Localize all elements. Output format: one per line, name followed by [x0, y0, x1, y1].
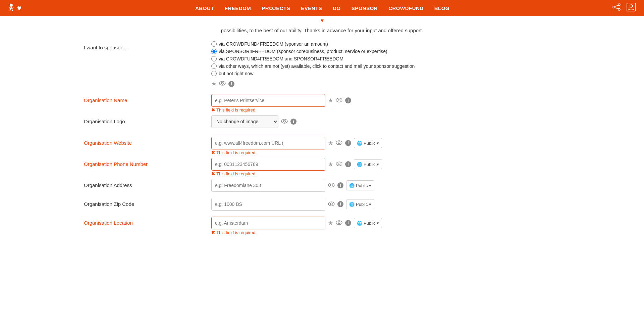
org-phone-label: Organisation Phone Number: [84, 158, 211, 167]
main-content: possibilities, to the best of our abilit…: [70, 24, 574, 251]
org-zip-public-dropdown[interactable]: 🌐 Public ▾: [346, 199, 374, 209]
svg-point-25: [330, 203, 332, 205]
caret-icon-location: ▾: [377, 221, 379, 226]
org-name-star-icon: ★: [328, 97, 333, 104]
sponsor-type-options: via CROWDFUND4FREEDOM (sponsor an amount…: [211, 41, 560, 87]
org-location-input[interactable]: [211, 217, 325, 229]
radio-sponsor4freedom-label: via SPONSOR4FREEDOM (sponsor corebusines…: [219, 49, 387, 54]
org-website-star-icon: ★: [328, 140, 333, 147]
org-logo-row: Organisation Logo No change of image i: [84, 115, 560, 130]
org-address-label: Organisation Address: [84, 179, 211, 188]
svg-point-15: [338, 99, 340, 101]
org-phone-input[interactable]: [211, 158, 325, 171]
org-address-public-dropdown[interactable]: 🌐 Public ▾: [346, 180, 374, 190]
org-address-input[interactable]: [211, 179, 325, 192]
radio-sponsor4freedom[interactable]: via SPONSOR4FREEDOM (sponsor corebusines…: [211, 49, 560, 54]
org-phone-field-wrap: ★ i 🌐 Public ▾ ✖: [211, 158, 560, 176]
globe-icon: 🌐: [357, 141, 362, 146]
org-website-field-wrap: ★ i 🌐 Public ▾ ✖: [211, 137, 560, 155]
svg-line-3: [9, 7, 11, 9]
org-website-input[interactable]: [211, 137, 325, 149]
org-website-public-dropdown[interactable]: 🌐 Public ▾: [354, 138, 382, 148]
org-location-public-dropdown[interactable]: 🌐 Public ▾: [354, 218, 382, 228]
svg-point-19: [338, 142, 340, 144]
nav-chevron: ▾: [0, 17, 644, 24]
nav-actions: [611, 3, 637, 13]
svg-point-26: [336, 221, 342, 225]
radio-both[interactable]: via CROWDFUND4FREEDOM and SPONSOR4FREEDO…: [211, 56, 560, 61]
radio-crowdfund-input[interactable]: [211, 41, 217, 47]
nav-events[interactable]: EVENTS: [301, 5, 322, 11]
org-website-error: ✖ This field is required.: [211, 150, 560, 155]
radio-not-now-input[interactable]: [211, 71, 217, 76]
svg-line-1: [10, 7, 11, 11]
radio-sponsor4freedom-input[interactable]: [211, 49, 217, 54]
org-address-row: Organisation Address i 🌐 Public ▾: [84, 179, 560, 194]
nav-crowdfund[interactable]: CROWDFUND: [388, 5, 423, 11]
org-phone-row: Organisation Phone Number ★ i 🌐 Public: [84, 158, 560, 176]
svg-point-13: [221, 82, 223, 84]
navigation-bar: ABOUT FREEDOM PROJECTS EVENTS DO SPONSOR…: [0, 0, 644, 16]
org-phone-public-dropdown[interactable]: 🌐 Public ▾: [354, 159, 382, 169]
intro-text: possibilities, to the best of our abilit…: [84, 28, 560, 33]
nav-about[interactable]: ABOUT: [195, 5, 214, 11]
org-name-field-wrap: ★ i ✖ This field is required.: [211, 94, 560, 113]
svg-point-22: [328, 183, 334, 187]
nav-blog[interactable]: BLOG: [434, 5, 449, 11]
svg-point-0: [10, 4, 13, 7]
svg-point-21: [338, 163, 340, 165]
org-name-error-text: This field is required.: [216, 107, 257, 113]
radio-other-input[interactable]: [211, 63, 217, 69]
public-label: Public: [364, 141, 375, 146]
logo[interactable]: [7, 1, 34, 15]
radio-both-input[interactable]: [211, 56, 217, 61]
org-website-input-row: ★ i 🌐 Public ▾: [211, 137, 560, 149]
svg-point-17: [283, 120, 285, 122]
org-address-input-row: i 🌐 Public ▾: [211, 179, 560, 192]
org-zip-field-wrap: i 🌐 Public ▾: [211, 198, 560, 211]
caret-icon-address: ▾: [369, 183, 371, 188]
user-icon-button[interactable]: [625, 3, 637, 13]
svg-point-23: [330, 184, 332, 186]
org-zip-input[interactable]: [211, 198, 325, 211]
error-x-icon-phone: ✖: [211, 171, 215, 176]
org-name-input[interactable]: [211, 94, 325, 107]
radio-not-now[interactable]: but not right now: [211, 71, 560, 76]
public-label-zip: Public: [356, 202, 368, 207]
org-name-info-icon: i: [345, 97, 351, 103]
svg-point-12: [219, 81, 225, 85]
org-website-info-icon: i: [345, 140, 351, 146]
org-location-star-icon: ★: [328, 220, 333, 227]
nav-projects[interactable]: PROJECTS: [262, 5, 290, 11]
svg-line-2: [11, 7, 12, 11]
share-icon-button[interactable]: [611, 3, 622, 13]
svg-point-27: [338, 222, 340, 224]
org-name-row: Organisation Name ★ i ✖ This field is: [84, 94, 560, 113]
org-phone-error-text: This field is required.: [216, 171, 257, 176]
globe-icon-address: 🌐: [349, 183, 355, 188]
org-logo-input-row: No change of image i: [211, 115, 560, 128]
globe-icon-location: 🌐: [357, 221, 362, 226]
nav-freedom[interactable]: FREEDOM: [225, 5, 251, 11]
error-x-icon-website: ✖: [211, 150, 215, 155]
org-address-info-icon: i: [337, 182, 343, 188]
nav-do[interactable]: DO: [333, 5, 341, 11]
sponsor-form: I want to sponsor ... via CROWDFUND4FREE…: [84, 41, 560, 235]
org-location-error-text: This field is required.: [216, 230, 257, 235]
radio-crowdfund-label: via CROWDFUND4FREEDOM (sponsor an amount…: [219, 41, 328, 47]
svg-point-6: [618, 8, 620, 10]
org-logo-select[interactable]: No change of image: [211, 115, 278, 128]
org-phone-error: ✖ This field is required.: [211, 171, 560, 176]
public-label-phone: Public: [364, 162, 375, 167]
nav-sponsor[interactable]: SPONSOR: [352, 5, 378, 11]
radio-crowdfund[interactable]: via CROWDFUND4FREEDOM (sponsor an amount…: [211, 41, 560, 47]
org-phone-input-row: ★ i 🌐 Public ▾: [211, 158, 560, 171]
public-label-location: Public: [364, 221, 375, 226]
caret-icon-zip: ▾: [369, 202, 371, 207]
org-website-eye-icon: [336, 140, 342, 146]
globe-icon-phone: 🌐: [357, 162, 362, 167]
org-website-row: Organisation Website ★ i 🌐 Public: [84, 137, 560, 155]
radio-other-ways[interactable]: via other ways, which are not (yet) avai…: [211, 63, 560, 69]
error-x-icon-location: ✖: [211, 230, 215, 235]
org-location-eye-icon: [336, 220, 342, 226]
